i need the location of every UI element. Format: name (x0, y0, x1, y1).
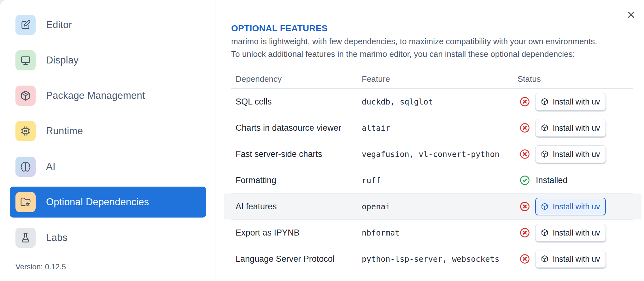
status-installed-icon (519, 175, 530, 186)
sidebar-item-label: AI (46, 161, 56, 172)
sidebar-item-package-management[interactable]: Package Management (10, 80, 206, 111)
table-row: AI features openai Install with uv (231, 194, 633, 220)
table-row: Fast server-side charts vegafusion, vl-c… (231, 141, 633, 167)
panel-description-line2: To unlock additional features in the mar… (231, 48, 597, 60)
dependencies-table: Dependency Feature Status SQL cells duck… (231, 70, 633, 272)
monitor-icon (15, 50, 36, 70)
dependency-name: SQL cells (236, 97, 272, 107)
status-missing-icon (519, 201, 530, 212)
sidebar-item-label: Labs (46, 232, 67, 243)
box-icon (541, 98, 548, 105)
dependency-name: Export as IPYNB (236, 228, 300, 238)
dependency-name: Charts in datasource viewer (236, 123, 341, 133)
install-button-label: Install with uv (553, 202, 600, 211)
panel-description-line1: marimo is lightweight, with few dependen… (231, 35, 597, 48)
status-missing-icon (519, 227, 530, 238)
folder-cog-icon (15, 192, 36, 212)
install-button-label: Install with uv (553, 150, 600, 159)
sidebar-item-label: Display (46, 55, 79, 66)
optional-features-panel: OPTIONAL FEATURES marimo is lightweight,… (215, 0, 644, 281)
dependency-name: Formatting (236, 176, 276, 185)
column-header-status: Status (518, 74, 541, 84)
table-row: Formatting ruff Installed (231, 167, 633, 194)
sidebar-item-label: Optional Dependencies (46, 196, 149, 208)
install-button-label: Install with uv (553, 97, 600, 106)
column-header-feature: Feature (362, 74, 390, 84)
box-icon (541, 203, 548, 210)
install-button-label: Install with uv (553, 254, 600, 264)
feature-packages: ruff (362, 176, 381, 185)
dependency-name: Language Server Protocol (236, 254, 335, 264)
feature-packages: duckdb, sqlglot (362, 97, 433, 106)
table-row: SQL cells duckdb, sqlglot Install with u… (231, 89, 633, 115)
sidebar-item-ai[interactable]: AI (10, 151, 206, 182)
install-with-uv-button[interactable]: Install with uv (535, 119, 606, 137)
version-label: Version: 0.12.5 (15, 262, 66, 271)
box-icon (541, 229, 548, 236)
table-header-row: Dependency Feature Status (231, 70, 633, 89)
column-header-dependency: Dependency (236, 74, 282, 84)
feature-packages: python-lsp-server, websockets (362, 254, 500, 264)
feature-packages: nbformat (362, 228, 400, 237)
sidebar-item-labs[interactable]: Labs (10, 222, 206, 253)
install-button-label: Install with uv (553, 228, 600, 237)
sidebar-item-runtime[interactable]: Runtime (10, 116, 206, 146)
status-missing-icon (519, 123, 530, 133)
status-missing-icon (519, 96, 530, 107)
sidebar-item-editor[interactable]: Editor (10, 9, 206, 40)
table-row: Export as IPYNB nbformat Install with uv (231, 220, 633, 246)
feature-packages: vegafusion, vl-convert-python (362, 150, 500, 159)
install-with-uv-button[interactable]: Install with uv (535, 224, 606, 242)
settings-sidebar: Editor Display Package Management Runtim… (0, 0, 215, 281)
settings-dialog: Editor Display Package Management Runtim… (0, 0, 644, 281)
close-icon[interactable] (625, 9, 637, 21)
feature-packages: openai (362, 202, 390, 211)
sidebar-item-label: Package Management (46, 90, 145, 101)
panel-description: marimo is lightweight, with few dependen… (231, 35, 597, 60)
installed-status-label: Installed (536, 176, 568, 185)
pencil-square-icon (15, 15, 36, 35)
box-icon (541, 150, 548, 158)
feature-packages: altair (362, 123, 390, 133)
table-row: Language Server Protocol python-lsp-serv… (231, 246, 633, 272)
sidebar-item-label: Runtime (46, 125, 83, 137)
table-row: Charts in datasource viewer altair Insta… (231, 115, 633, 141)
install-with-uv-button[interactable]: Install with uv (535, 145, 606, 163)
install-with-uv-button-focused[interactable]: Install with uv (535, 198, 606, 215)
box-icon (541, 124, 548, 132)
install-with-uv-button[interactable]: Install with uv (535, 250, 606, 268)
sidebar-item-label: Editor (46, 19, 72, 31)
cpu-icon (15, 121, 36, 141)
dependency-name: Fast server-side charts (236, 149, 322, 159)
page-title: OPTIONAL FEATURES (231, 23, 328, 33)
status-missing-icon (519, 149, 530, 159)
package-icon (15, 86, 36, 106)
dependency-name: AI features (236, 202, 277, 212)
install-with-uv-button[interactable]: Install with uv (535, 93, 606, 111)
sidebar-item-display[interactable]: Display (10, 45, 206, 76)
box-icon (541, 255, 548, 263)
flask-icon (15, 228, 36, 248)
install-button-label: Install with uv (553, 123, 600, 133)
sidebar-item-optional-dependencies[interactable]: Optional Dependencies (10, 187, 206, 218)
status-missing-icon (519, 254, 530, 264)
brain-icon (15, 157, 36, 177)
